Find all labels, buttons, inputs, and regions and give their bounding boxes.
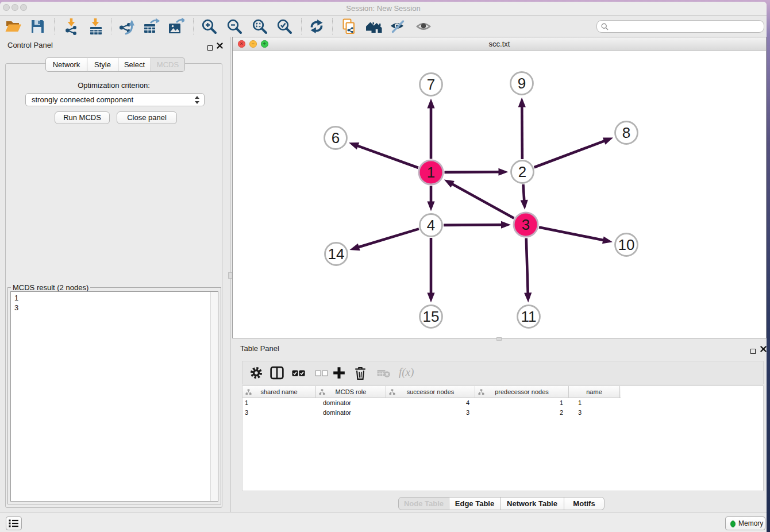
control-panel-title: Control Panel <box>7 41 53 49</box>
export-table-icon[interactable] <box>143 18 160 35</box>
table-tab-network-table[interactable]: Network Table <box>500 497 564 510</box>
task-history-button[interactable] <box>6 516 22 530</box>
zoom-selected-icon[interactable] <box>276 18 293 35</box>
memory-label: Memory <box>738 519 763 527</box>
search-input[interactable] <box>611 21 760 32</box>
columns-icon[interactable] <box>270 366 284 380</box>
zoom-in-icon[interactable] <box>201 18 218 35</box>
run-mcds-button[interactable]: Run MCDS <box>55 111 110 124</box>
column-header-predecessor-nodes[interactable]: predecessor nodes <box>475 386 569 398</box>
float-panel-icon[interactable] <box>207 43 213 53</box>
node-label-11: 11 <box>521 308 537 325</box>
table-cell[interactable]: 3 <box>569 408 620 418</box>
graph-edge-3-1[interactable] <box>452 184 514 218</box>
column-header-MCDS-role[interactable]: MCDS role <box>316 386 386 398</box>
settings-gear-icon[interactable] <box>249 366 263 380</box>
mcds-panel: Optimization criterion: strongly connect… <box>5 63 222 508</box>
delete-column-icon[interactable] <box>353 366 367 380</box>
control-tab-network[interactable]: Network <box>45 57 87 72</box>
control-panel-tabs: NetworkStyleSelectMCDS <box>45 57 185 72</box>
network-close-button[interactable]: × <box>238 40 245 48</box>
zoom-out-icon[interactable] <box>226 18 243 35</box>
edge-arrowhead <box>349 142 359 149</box>
node-label-1: 1 <box>427 164 435 181</box>
graph-edge-2-9[interactable] <box>522 106 522 159</box>
table-cell[interactable]: 3 <box>386 408 475 418</box>
hide-eye-icon[interactable] <box>389 18 406 35</box>
node-label-6: 6 <box>332 129 340 147</box>
table-cell[interactable]: 1 <box>242 398 316 408</box>
node-label-7: 7 <box>427 76 435 93</box>
export-image-icon[interactable] <box>167 18 184 35</box>
close-panel-icon[interactable] <box>217 43 223 49</box>
delete-table-icon[interactable] <box>377 366 391 380</box>
graph-edge-2-3[interactable] <box>523 184 524 201</box>
table-cell[interactable]: 2 <box>475 408 569 418</box>
graph-edge-1-2[interactable] <box>444 172 499 172</box>
refresh-view-icon[interactable] <box>308 18 325 35</box>
home-view-icon[interactable] <box>365 18 382 35</box>
horizontal-splitter-grip[interactable] <box>496 337 502 341</box>
table-panel-tabs: Node TableEdge TableNetwork TableMotifs <box>398 497 605 510</box>
result-scrollbar[interactable] <box>210 292 218 501</box>
export-network-icon[interactable] <box>117 18 134 35</box>
mcds-result-text[interactable]: 13 <box>10 291 218 502</box>
table-cell[interactable]: dominator <box>316 398 386 408</box>
control-tab-mcds[interactable]: MCDS <box>151 57 185 72</box>
select-all-icon[interactable] <box>292 366 306 380</box>
table-toolbar: f(x) <box>242 361 764 384</box>
table-cell[interactable]: 3 <box>242 408 316 418</box>
network-zoom-button[interactable]: + <box>261 40 268 48</box>
function-builder-icon[interactable]: f(x) <box>399 366 414 379</box>
memory-status-icon <box>730 521 736 527</box>
column-header-successor-nodes[interactable]: successor nodes <box>386 386 475 398</box>
graph-edge-4-14[interactable] <box>358 229 419 247</box>
zoom-fit-icon[interactable] <box>251 18 268 35</box>
table-tab-node-table[interactable]: Node Table <box>398 497 449 510</box>
graph-edge-3-11[interactable] <box>526 238 528 294</box>
mcds-result-group: MCDS result (2 nodes) 13 <box>7 287 221 504</box>
table-cell[interactable]: 4 <box>386 398 475 408</box>
search-box[interactable] <box>596 20 764 33</box>
control-tab-style[interactable]: Style <box>87 57 118 72</box>
edge-arrowhead <box>444 180 455 188</box>
deselect-all-icon[interactable] <box>315 366 329 380</box>
show-eye-icon[interactable] <box>415 18 432 35</box>
network-minimize-button[interactable]: − <box>249 40 257 48</box>
edge-arrowhead <box>427 99 434 109</box>
edge-arrowhead <box>603 137 613 144</box>
close-panel-button[interactable]: Close panel <box>117 111 177 124</box>
open-session-icon[interactable] <box>5 18 22 35</box>
window-titlebar[interactable]: Session: New Session <box>0 2 767 16</box>
control-tab-select[interactable]: Select <box>118 57 151 72</box>
criterion-select[interactable]: strongly connected component <box>25 93 205 106</box>
graph-edge-1-6[interactable] <box>357 145 418 168</box>
graph-edge-3-10[interactable] <box>539 228 604 241</box>
column-header-name[interactable]: name <box>569 386 620 398</box>
column-header-shared-name[interactable]: shared name <box>242 386 316 398</box>
table-cell[interactable]: 1 <box>569 398 620 408</box>
close-table-panel-icon[interactable] <box>760 346 767 352</box>
graph-edge-4-3[interactable] <box>444 225 502 225</box>
float-table-panel-icon[interactable] <box>750 346 756 356</box>
mcds-result-line: 1 <box>14 293 18 303</box>
save-session-icon[interactable] <box>29 18 46 35</box>
import-network-icon[interactable] <box>63 18 80 35</box>
edge-arrowhead <box>349 244 360 251</box>
window-title: Session: New Session <box>0 2 767 16</box>
import-table-icon[interactable] <box>87 18 104 35</box>
node-table: shared nameMCDS rolesuccessor nodesprede… <box>242 385 764 491</box>
search-icon <box>601 23 609 30</box>
clone-network-icon[interactable] <box>340 18 357 35</box>
mcds-result-line: 3 <box>14 303 18 313</box>
table-cell[interactable]: 1 <box>475 398 569 408</box>
table-cell[interactable]: dominator <box>316 408 386 418</box>
node-label-10: 10 <box>618 236 635 253</box>
add-column-icon[interactable] <box>332 366 346 380</box>
network-window-titlebar[interactable]: scc.txt × − + <box>233 37 766 51</box>
table-tab-motifs[interactable]: Motifs <box>564 497 605 510</box>
network-graph-canvas[interactable]: 7968124314101511 <box>233 51 766 338</box>
memory-button[interactable]: Memory <box>725 516 765 530</box>
table-tab-edge-table[interactable]: Edge Table <box>449 497 500 510</box>
graph-edge-2-8[interactable] <box>534 141 605 167</box>
